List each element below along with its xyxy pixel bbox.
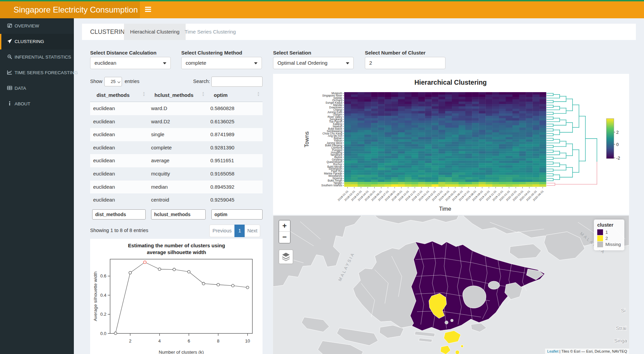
table-row[interactable]: euclideanward.D20.6136025	[90, 115, 263, 128]
svg-text:-2: -2	[616, 155, 620, 161]
distance-calculation-select[interactable]: euclidean	[90, 57, 171, 69]
column-header-hclust_methods[interactable]: hclust_methods▴▾	[148, 89, 207, 102]
chevron-down-icon	[346, 62, 349, 64]
table-cell: 0.9165058	[207, 167, 263, 181]
line-chart-icon	[7, 70, 15, 75]
column-header-dist_methods[interactable]: dist_methods▴▾	[90, 89, 148, 102]
column-filter-optim[interactable]	[211, 209, 263, 220]
table-cell: 0.9281390	[207, 141, 263, 154]
legend-entry: 2	[597, 235, 621, 241]
svg-text:6: 6	[188, 338, 190, 343]
svg-text:Average silhouette width: Average silhouette width	[93, 271, 98, 321]
number-of-cluster-input[interactable]: 2	[365, 57, 445, 69]
legend-label: Missing	[605, 242, 621, 247]
page-size-value: 25	[111, 79, 116, 84]
clustering-method-select[interactable]: complete	[181, 57, 262, 69]
map-canvas[interactable]: MALAYSIAMALAYSIASiStraiSinga	[273, 215, 629, 354]
page-size-select[interactable]: 25	[104, 77, 122, 86]
svg-text:Hierarchical Clustering: Hierarchical Clustering	[414, 79, 487, 86]
sidebar-item-about[interactable]: ABOUT	[0, 96, 74, 112]
search-label: Search:	[193, 79, 210, 84]
sidebar-item-time-series-forecasting[interactable]: TIME SERIES FORECASTING	[0, 65, 74, 81]
app-title: Singapore Electricity Consumption	[0, 1, 140, 18]
table-row[interactable]: euclideanaverage0.9511651	[90, 154, 263, 167]
table-cell: complete	[148, 141, 207, 154]
previous-page-button[interactable]: Previous	[209, 225, 235, 237]
seriation-select[interactable]: Optimal Leaf Ordering	[273, 57, 354, 69]
svg-text:0.4: 0.4	[100, 293, 106, 298]
tab-bar: CLUSTERING Hierachical Clustering Time S…	[82, 24, 636, 40]
map-layers-control[interactable]	[278, 249, 293, 264]
cluster-map[interactable]: MALAYSIAMALAYSIASiStraiSinga + − cluster…	[273, 215, 629, 354]
legend-entry: Missing	[597, 242, 621, 247]
table-cell: euclidean	[90, 115, 148, 128]
table-row[interactable]: euclideanward.D0.5860828	[90, 102, 263, 115]
legend-swatch	[597, 242, 603, 247]
sort-icon: ▴▾	[143, 91, 145, 97]
silhouette-title: Estimating the number of clusters using …	[121, 242, 232, 255]
table-cell: single	[148, 128, 207, 141]
sidebar-toggle-icon[interactable]	[145, 7, 152, 13]
table-cell: 0.6136025	[207, 115, 263, 128]
table-cell: median	[148, 181, 207, 194]
seriation-value: Optimal Leaf Ordering	[277, 60, 328, 66]
map-legend-title: cluster	[597, 222, 621, 228]
zoom-out-button[interactable]: −	[279, 232, 290, 243]
svg-text:0: 0	[616, 142, 619, 147]
silhouette-plot: 0.00.20.40.6246810Average silhouette wid…	[90, 255, 263, 354]
column-header-label: hclust_methods	[154, 92, 193, 98]
heatmap-plot: Hierarchical ClusteringMuseumSingapore R…	[273, 74, 629, 215]
sidebar-item-label: DATA	[15, 86, 26, 91]
page-1-button[interactable]: 1	[234, 225, 245, 237]
table-row[interactable]: euclideanmcquitty0.9165058	[90, 167, 263, 181]
table-row[interactable]: euclideancomplete0.9281390	[90, 141, 263, 154]
zoom-in-button[interactable]: +	[279, 221, 290, 232]
svg-text:Number of clusters (k): Number of clusters (k)	[159, 350, 204, 354]
table-cell: euclidean	[90, 128, 148, 141]
table-cell: euclidean	[90, 167, 148, 181]
svg-text:Towns: Towns	[304, 131, 310, 147]
svg-text:0.2: 0.2	[100, 312, 106, 317]
table-icon	[7, 86, 15, 91]
column-header-label: optim	[214, 92, 228, 98]
search-input[interactable]	[211, 77, 263, 87]
table-row[interactable]: euclideansingle0.8741989	[90, 128, 263, 141]
column-filter-hclust_methods[interactable]	[151, 209, 206, 220]
seriation-label: Select Seriation	[273, 50, 311, 56]
table-cell: 0.5860828	[207, 102, 263, 115]
heatmap-panel: Hierarchical ClusteringMuseumSingapore R…	[273, 74, 629, 215]
svg-text:4: 4	[158, 338, 161, 343]
sidebar-item-clustering[interactable]: CLUSTERING	[0, 34, 74, 49]
svg-text:2: 2	[129, 338, 131, 343]
map-attribution: Leaflet | Tiles © Esri — Esri, DeLorme, …	[545, 349, 629, 354]
table-cell: centroid	[148, 193, 207, 207]
leaflet-link[interactable]: Leaflet	[547, 349, 558, 353]
table-row[interactable]: euclideancentroid0.9259045	[90, 193, 263, 207]
info-icon	[7, 101, 15, 106]
table-cell: euclidean	[90, 193, 148, 207]
table-row[interactable]: euclideanmedian0.8945392	[90, 181, 263, 194]
sidebar-item-inferential-statistics[interactable]: INFERENTIAL STATISTICS	[0, 49, 74, 65]
sidebar-item-label: OVERVIEW	[15, 23, 39, 28]
table-cell: euclidean	[90, 154, 148, 167]
sort-icon: ▴▾	[257, 91, 259, 97]
sidebar-item-data[interactable]: DATA	[0, 81, 74, 96]
table-cell: 0.8741989	[207, 128, 263, 141]
header: Singapore Electricity Consumption	[0, 1, 644, 18]
number-of-cluster-label: Select Number of Cluster	[365, 50, 425, 56]
user-icon	[7, 23, 15, 28]
column-filter-dist_methods[interactable]	[92, 209, 146, 220]
layers-icon	[282, 252, 290, 261]
table-cell: 0.9511651	[207, 154, 263, 167]
legend-entry: 1	[597, 229, 621, 235]
svg-text:0.6: 0.6	[100, 273, 106, 278]
tab-hierarchical-clustering[interactable]: Hierachical Clustering	[124, 24, 186, 40]
map-place-label: Si	[621, 308, 625, 313]
map-place-label: Strai	[616, 325, 626, 331]
sidebar-item-overview[interactable]: OVERVIEW	[0, 18, 74, 34]
column-header-optim[interactable]: optim▴▾	[207, 89, 263, 102]
column-header-label: dist_methods	[97, 92, 130, 98]
tab-time-series-clustering[interactable]: Time Series Clustering	[179, 24, 242, 40]
distance-calculation-label: Select Distance Calculation	[90, 50, 157, 56]
next-page-button[interactable]: Next	[245, 225, 260, 237]
